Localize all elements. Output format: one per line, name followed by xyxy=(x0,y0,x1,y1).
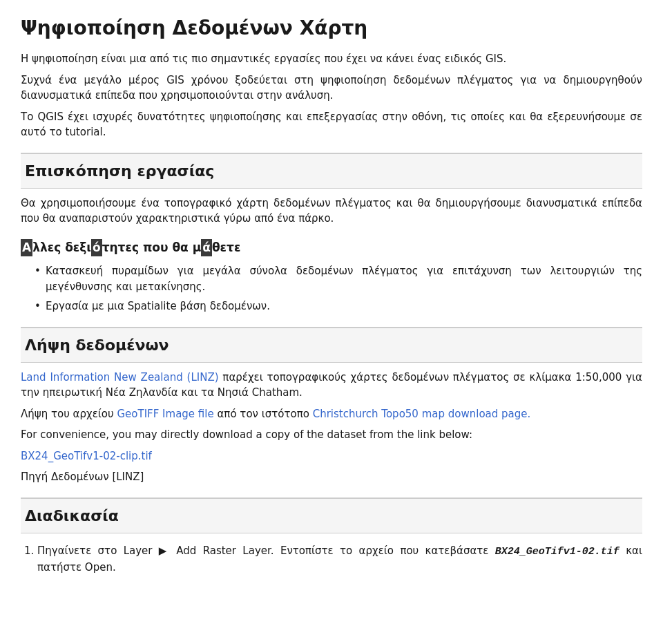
skills-list-item-2: Εργασία με μια Spatialite βάση δεδομένων… xyxy=(35,299,642,314)
procedure-step-1: Πηγαίνετε στο Layer ▶ Add Raster Layer. … xyxy=(37,543,642,576)
download-section-heading: Λήψη δεδομένων xyxy=(21,327,642,363)
intro-paragraph-1: Η ψηφιοποίηση είναι μια από τις πιο σημα… xyxy=(21,51,642,67)
skills-highlight-2: ό xyxy=(91,239,102,257)
download-text-2-middle: από τον ιστότοπο xyxy=(214,408,313,420)
skills-list: Κατασκευή πυραμίδων για μεγάλα σύνολα δε… xyxy=(35,263,642,314)
intro-paragraph-3: Το QGIS έχει ισχυρές δυνατότητες ψηφιοπο… xyxy=(21,109,642,140)
christchurch-map-link[interactable]: Christchurch Topo50 map download page. xyxy=(313,408,531,420)
download-text-2-prefix: Λήψη του αρχείου xyxy=(21,408,117,420)
skills-section-heading: Αλλες δεξιότητες που θα μάθετε xyxy=(21,239,642,257)
skills-highlight-3: ά xyxy=(201,239,212,257)
step-1-text: Πηγαίνετε στο Layer ▶ Add Raster Layer. … xyxy=(37,544,495,557)
download-file-link[interactable]: BX24_GeoTifv1-02-clip.tif xyxy=(21,450,152,462)
intro-paragraph-2: Συχνά ένα μεγάλο μέρος GIS χρόνου ξοδεύε… xyxy=(21,73,642,104)
skills-text-2: τητες που θα μ xyxy=(102,239,202,257)
page-title: Ψηφιοποίηση Δεδομένων Χάρτη xyxy=(21,14,642,43)
skills-text-3: θετε xyxy=(212,239,240,257)
linz-link[interactable]: Land Information New Zealand (LINZ) xyxy=(21,371,219,383)
skills-list-item-1: Κατασκευή πυραμίδων για μεγάλα σύνολα δε… xyxy=(35,263,642,294)
procedure-list: Πηγαίνετε στο Layer ▶ Add Raster Layer. … xyxy=(37,543,642,576)
download-text-3: For convenience, you may directly downlo… xyxy=(21,427,642,443)
overview-section-heading: Επισκόπηση εργασίας xyxy=(21,153,642,189)
skills-highlight-1: Α xyxy=(21,239,32,257)
geotiff-link[interactable]: GeoTIFF Image file xyxy=(117,408,213,420)
procedure-section-heading: Διαδικασία xyxy=(21,498,642,533)
source-reference: Πηγή Δεδομένων [LINZ] xyxy=(21,469,642,485)
download-text-1: Land Information New Zealand (LINZ) παρέ… xyxy=(21,370,642,401)
skills-text-1: λλες δεξι xyxy=(32,239,91,257)
download-text-2: Λήψη του αρχείου GeoTIFF Image file από … xyxy=(21,406,642,422)
overview-text: Θα χρησιμοποιήσουμε ένα τοπογραφικό χάρτ… xyxy=(21,196,642,227)
download-link-line: BX24_GeoTifv1-02-clip.tif xyxy=(21,448,642,464)
step-1-code: BX24_GeoTifv1-02.tif xyxy=(495,546,619,558)
